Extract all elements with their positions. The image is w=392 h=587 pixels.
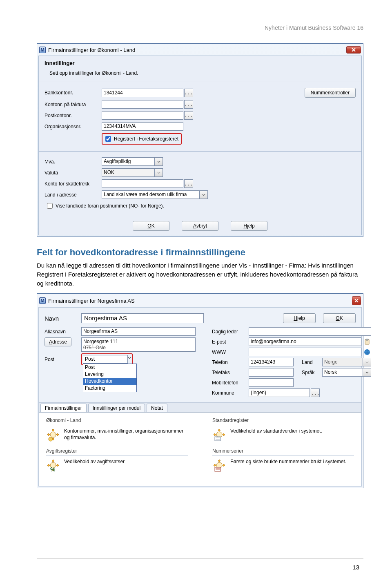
org-input[interactable]: 12344314MVA — [102, 122, 183, 131]
settings-series-icon — [212, 458, 226, 472]
skatt-label: Konto for skattetrekk — [45, 181, 102, 187]
footer-rule — [37, 558, 363, 558]
app-icon: M — [39, 47, 46, 53]
kom-input[interactable]: (Ingen) — [249, 388, 310, 397]
page-number: 13 — [352, 564, 359, 571]
land-select[interactable]: Land skal være med dersom ulik firma — [102, 190, 200, 199]
group-nummer-label: Nummerserier — [212, 448, 354, 454]
close-button[interactable] — [352, 296, 361, 305]
tab-firma[interactable]: Firmainnstillinger — [40, 404, 87, 412]
kom-picker-button[interactable]: ... — [311, 388, 320, 397]
tab-modul[interactable]: Innstillinger per modul — [88, 404, 145, 412]
close-button[interactable] — [346, 46, 361, 54]
mva-select[interactable]: Avgiftspliktig — [102, 157, 155, 166]
nummer-button[interactable]: Nummerkontroller — [305, 88, 356, 98]
form-section-1: Bankkontonr. 1341244 ... Nummerkontrolle… — [39, 82, 361, 152]
fax-input[interactable] — [249, 368, 294, 377]
navn-input[interactable]: Norgesfirma AS — [81, 313, 204, 323]
www-input[interactable] — [249, 348, 361, 356]
valuta-label: Valuta — [45, 170, 102, 176]
tile-okonomi[interactable]: Kontonummer, mva-innstillinger, organisa… — [46, 428, 188, 442]
skatt-input[interactable] — [102, 179, 183, 188]
sprak-select[interactable]: Norsk — [322, 368, 363, 377]
chevron-down-icon — [363, 358, 371, 366]
landkode-label: Vise landkode foran postnummer (NO- for … — [56, 203, 164, 209]
chevron-down-icon[interactable] — [128, 355, 131, 364]
chevron-down-icon[interactable] — [155, 157, 163, 166]
group-standard-label: Standardregister — [212, 417, 354, 423]
group-okonomi-label: Økonomi - Land — [46, 417, 188, 423]
dropdown-option[interactable]: Factoring — [83, 385, 136, 392]
email-input[interactable]: info@norgesfirma.no — [249, 337, 361, 346]
dropdown-option[interactable]: Post — [83, 364, 136, 371]
landkode-checkbox[interactable] — [47, 203, 53, 209]
post-input[interactable] — [102, 111, 183, 120]
land-label: Land — [302, 359, 322, 365]
tile-text: Vedlikehold av standardverdier i systeme… — [230, 428, 322, 434]
tile-nummer[interactable]: Første og siste brukte nummerserier bruk… — [212, 458, 354, 472]
invoice-input[interactable] — [102, 100, 183, 109]
settings-percent-icon: % — [46, 458, 60, 472]
address-button[interactable]: Adresse — [45, 337, 71, 346]
alias-input[interactable]: Norgesfirma AS — [81, 327, 196, 336]
navn-label: Navn — [45, 315, 81, 322]
invoice-label: Kontonr. på faktura — [45, 102, 102, 107]
help-button[interactable]: Hjelp — [231, 221, 267, 231]
globe-icon[interactable] — [363, 348, 371, 356]
fax-label: Telefaks — [212, 370, 249, 375]
bank-picker-button[interactable]: ... — [184, 89, 193, 97]
window-title: Firmainnstillinger for Norgesfirma AS — [48, 298, 352, 304]
post-dropdown: Post Levering Hovedkontor Factoring — [83, 364, 137, 392]
post-label: Postkontonr. — [45, 113, 102, 118]
app-icon: M — [39, 297, 46, 304]
chevron-down-icon[interactable] — [200, 190, 208, 199]
leader-input[interactable] — [249, 327, 371, 336]
intro-subtitle: Sett opp innstillinger for Økonomi - Lan… — [49, 70, 356, 76]
ok-button[interactable]: OK — [133, 221, 169, 231]
svg-point-4 — [49, 437, 53, 441]
skatt-picker-button[interactable]: ... — [184, 179, 193, 188]
invoice-picker-button[interactable]: ... — [184, 100, 193, 109]
settings-dialog-2: M Firmainnstillinger for Norgesfirma AS … — [37, 293, 363, 488]
mob-input[interactable] — [249, 378, 294, 387]
leader-label: Daglig leder — [212, 329, 249, 335]
email-label: E-post — [212, 339, 249, 345]
land-label: Land i adresse — [45, 192, 102, 198]
tile-standard[interactable]: Vedlikehold av standardverdier i systeme… — [212, 428, 354, 442]
post-picker-button[interactable]: ... — [184, 111, 193, 120]
form-section-2: Mva. Avgiftspliktig Valuta NOK Konto for… — [39, 152, 361, 217]
org-label: Organisasjonsnr. — [45, 124, 102, 129]
tile-text: Første og siste brukte nummerserier bruk… — [230, 458, 346, 465]
cancel-button[interactable]: Avbryt — [182, 221, 218, 231]
valuta-select[interactable]: NOK — [102, 168, 155, 177]
tile-text: Kontonummer, mva-innstillinger, organisa… — [64, 428, 188, 441]
svg-rect-10 — [215, 467, 220, 471]
tile-text: Vedlikehold av avgiftssatser — [64, 458, 125, 465]
tile-avgift[interactable]: % Vedlikehold av avgiftssatser — [46, 458, 188, 472]
svg-rect-8 — [215, 437, 220, 441]
svg-rect-1 — [366, 339, 368, 340]
address-display: Norgesgate 111 0751 Oslo — [81, 337, 196, 352]
dropdown-option[interactable]: Levering — [83, 371, 136, 378]
bank-input[interactable]: 1341244 — [102, 89, 183, 97]
chevron-down-icon[interactable] — [363, 368, 371, 377]
settings-coins-icon — [46, 428, 60, 442]
sprak-label: Språk — [302, 370, 322, 375]
intro-title: Innstillinger — [45, 60, 356, 66]
chevron-down-icon[interactable] — [155, 168, 163, 177]
bank-label: Bankkontonr. — [45, 90, 102, 96]
tab-notat[interactable]: Notat — [147, 404, 167, 412]
www-label: WWW — [212, 349, 249, 355]
tel-label: Telefon — [212, 359, 249, 365]
section-body: Du kan nå legge til adressen til ditt ho… — [37, 261, 363, 288]
ok-button[interactable]: OK — [323, 313, 356, 323]
section-heading: Felt for hovedkontoradresse i firmainnst… — [37, 247, 363, 258]
intro-block: Innstillinger Sett opp innstillinger for… — [39, 56, 361, 82]
post-select[interactable]: Post — [83, 355, 128, 364]
help-button[interactable]: Hjelp — [283, 313, 316, 323]
tel-input[interactable]: 124134243 — [249, 358, 294, 366]
registered-checkbox[interactable] — [105, 136, 111, 142]
clipboard-icon[interactable] — [363, 338, 371, 346]
mob-label: Mobiltelefon — [212, 380, 249, 386]
dropdown-option-selected[interactable]: Hovedkontor — [83, 378, 136, 385]
